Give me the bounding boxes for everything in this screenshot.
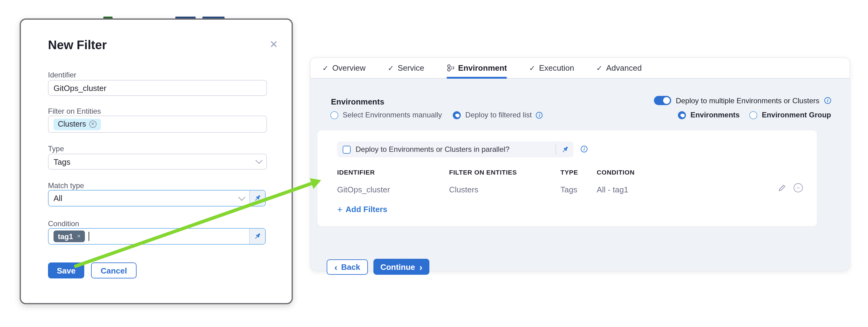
plus-icon: + — [337, 204, 343, 215]
environment-target-radios: Environments Environment Group — [678, 111, 831, 119]
deploy-multiple-toggle[interactable] — [654, 96, 671, 105]
tag1-chip[interactable]: tag1 ✕ — [54, 230, 85, 242]
save-button[interactable]: Save — [48, 262, 84, 279]
tag1-chip-label: tag1 — [58, 232, 73, 241]
row-condition: All - tag1 — [597, 185, 628, 194]
cancel-button[interactable]: Cancel — [91, 262, 136, 279]
row-identifier: GitOps_cluster — [337, 185, 390, 194]
radio-label: Environments — [690, 111, 740, 119]
check-icon: ✓ — [596, 64, 602, 72]
identifier-value: GitOps_cluster — [54, 83, 106, 93]
filter-on-entities-label: Filter on Entities — [48, 107, 101, 116]
info-icon[interactable]: i — [824, 97, 831, 104]
tab-label: Execution — [539, 63, 574, 72]
back-button[interactable]: ‹ Back — [327, 259, 368, 275]
environment-tab-body: Environments Select Environments manuall… — [311, 79, 849, 270]
tab-label: Overview — [332, 63, 365, 72]
multi-environment-toggle-row: Deploy to multiple Environments or Clust… — [654, 96, 831, 105]
filters-card: Deploy to Environments or Clusters in pa… — [317, 130, 817, 226]
info-icon[interactable]: i — [581, 146, 588, 153]
pipeline-stage-panel: ✓ Overview ✓ Service Environment ✓ — [311, 58, 849, 270]
continue-button[interactable]: Continue › — [373, 259, 429, 275]
new-filter-modal: New Filter ✕ Identifier GitOps_cluster F… — [20, 19, 293, 304]
tab-label: Environment — [458, 63, 507, 72]
add-filters-link[interactable]: + Add Filters — [337, 204, 387, 215]
add-filters-label: Add Filters — [346, 205, 388, 214]
pin-icon — [253, 232, 261, 240]
radio-icon — [453, 111, 461, 119]
tab-environment[interactable]: Environment — [446, 58, 507, 78]
tab-service[interactable]: ✓ Service — [388, 58, 425, 78]
radio-environments[interactable]: Environments — [678, 111, 740, 119]
parallel-checkbox[interactable] — [343, 145, 351, 153]
type-select[interactable]: Tags — [48, 154, 267, 170]
chevron-down-icon — [256, 157, 263, 164]
info-icon[interactable]: i — [536, 111, 543, 118]
column-header-condition: CONDITION — [597, 168, 634, 176]
toggle-knob — [663, 97, 670, 104]
parallel-label: Deploy to Environments or Clusters in pa… — [355, 145, 556, 154]
condition-label: Condition — [48, 220, 79, 228]
pin-icon — [253, 194, 261, 202]
column-header-type: TYPE — [560, 168, 578, 176]
row-filter-on-entities: Clusters — [449, 185, 478, 194]
runtime-input-pin-button[interactable] — [249, 229, 265, 244]
type-label: Type — [48, 144, 64, 153]
stage-tabbar: ✓ Overview ✓ Service Environment ✓ — [311, 58, 849, 79]
text-cursor — [89, 232, 90, 241]
radio-icon — [678, 111, 686, 119]
radio-label: Environment Group — [762, 111, 831, 119]
remove-row-icon[interactable]: − — [794, 183, 803, 192]
match-type-select[interactable]: All — [48, 190, 266, 206]
runtime-input-pin-button[interactable] — [249, 191, 265, 206]
tab-advanced[interactable]: ✓ Advanced — [596, 58, 642, 78]
screenshot-stage: New Filter ✕ Identifier GitOps_cluster F… — [0, 0, 868, 327]
environment-mode-radios: Select Environments manually Deploy to f… — [330, 111, 543, 119]
check-icon: ✓ — [529, 64, 535, 72]
radio-label: Deploy to filtered list — [465, 111, 532, 119]
toggle-label: Deploy to multiple Environments or Clust… — [676, 96, 819, 105]
match-type-value: All — [54, 194, 62, 203]
modal-title: New Filter — [48, 38, 107, 52]
environments-heading: Environments — [331, 97, 384, 106]
tab-label: Service — [398, 63, 425, 72]
column-header-filter-on-entities: FILTER ON ENTITIES — [449, 168, 517, 176]
chevron-left-icon: ‹ — [334, 262, 337, 272]
tab-execution[interactable]: ✓ Execution — [529, 58, 574, 78]
clusters-chip-label: Clusters — [58, 120, 86, 128]
radio-label: Select Environments manually — [343, 111, 442, 119]
chip-remove-icon[interactable]: ✕ — [89, 121, 97, 128]
radio-environment-group[interactable]: Environment Group — [750, 111, 831, 119]
chip-remove-icon[interactable]: ✕ — [76, 234, 81, 239]
edit-pencil-icon[interactable] — [778, 184, 786, 192]
continue-label: Continue — [380, 262, 415, 271]
clusters-chip[interactable]: Clusters ✕ — [54, 118, 101, 130]
identifier-label: Identifier — [48, 71, 76, 79]
back-label: Back — [341, 262, 360, 272]
close-icon[interactable]: ✕ — [267, 37, 281, 52]
type-value: Tags — [54, 157, 70, 166]
tab-overview[interactable]: ✓ Overview — [322, 58, 366, 78]
radio-select-environments-manually[interactable]: Select Environments manually — [330, 111, 442, 119]
environment-icon — [446, 64, 454, 72]
radio-icon — [330, 111, 338, 119]
row-actions: − — [778, 183, 803, 192]
condition-input[interactable]: tag1 ✕ — [48, 228, 266, 244]
chevron-right-icon: › — [419, 262, 422, 271]
pin-icon — [561, 145, 569, 153]
chevron-down-icon — [238, 194, 245, 201]
filter-on-entities-input[interactable]: Clusters ✕ — [48, 116, 267, 133]
tab-label: Advanced — [606, 63, 642, 72]
runtime-input-pin-button[interactable] — [556, 145, 574, 153]
radio-deploy-to-filtered-list[interactable]: Deploy to filtered list i — [453, 111, 543, 119]
identifier-input[interactable]: GitOps_cluster — [48, 80, 267, 96]
deploy-parallel-bar: Deploy to Environments or Clusters in pa… — [337, 141, 574, 157]
check-icon: ✓ — [322, 64, 329, 72]
match-type-label: Match type — [48, 181, 84, 190]
radio-icon — [750, 111, 757, 119]
row-type: Tags — [560, 185, 577, 194]
check-icon: ✓ — [388, 64, 394, 72]
column-header-identifier: IDENTIFIER — [337, 168, 375, 176]
